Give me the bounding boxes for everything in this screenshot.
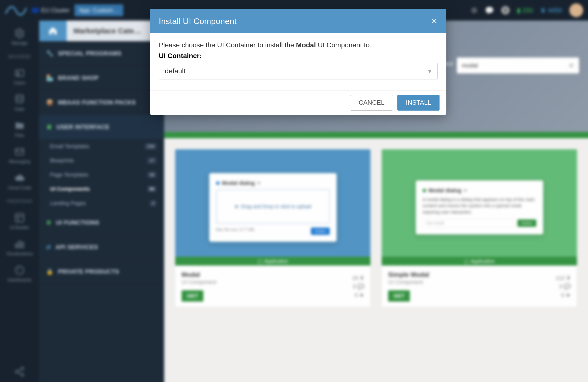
modal-title: Install UI Component: [159, 16, 237, 26]
install-button[interactable]: INSTALL: [397, 95, 440, 111]
modal-footer: CANCEL INSTALL: [150, 90, 446, 115]
cancel-button[interactable]: CANCEL: [350, 95, 393, 111]
chevron-down-icon: ▾: [428, 67, 431, 75]
install-modal: Install UI Component ✕ Please choose the…: [150, 9, 446, 115]
close-icon[interactable]: ✕: [431, 16, 438, 26]
container-select[interactable]: default ▾: [159, 63, 438, 79]
modal-prompt: Please choose the UI Container to instal…: [159, 41, 438, 49]
selected-value: default: [165, 67, 186, 75]
modal-body: Please choose the UI Container to instal…: [150, 33, 446, 90]
container-label: UI Container:: [159, 52, 438, 60]
modal-header: Install UI Component ✕: [150, 9, 446, 33]
